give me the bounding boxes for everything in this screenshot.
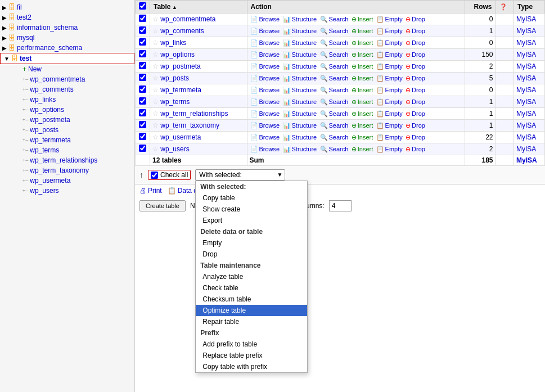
row-checkbox[interactable]: [139, 109, 146, 116]
select-all-header[interactable]: [136, 1, 150, 13]
dropdown-menu-item[interactable]: Checksum table: [196, 294, 307, 305]
sidebar-item-test[interactable]: ▼ 🗄 test: [0, 53, 134, 64]
row-checkbox[interactable]: [139, 74, 146, 81]
search-link[interactable]: Search: [329, 146, 349, 152]
browse-link[interactable]: Browse: [259, 110, 280, 117]
search-link[interactable]: Search: [329, 98, 349, 105]
insert-icon[interactable]: ⊕: [352, 87, 357, 94]
table-name-link[interactable]: wp_users: [160, 145, 189, 153]
search-link[interactable]: Search: [329, 87, 349, 93]
browse-link[interactable]: Browse: [259, 75, 280, 82]
empty-link[interactable]: Empty: [385, 39, 403, 46]
sidebar-item-performance-schema[interactable]: ▶ 🗄 performance_schema: [0, 43, 134, 53]
structure-link[interactable]: Structure: [292, 146, 317, 152]
row-checkbox[interactable]: [139, 62, 146, 69]
insert-icon[interactable]: ⊕: [352, 28, 357, 35]
col-rows[interactable]: Rows: [465, 1, 496, 13]
row-checkbox-cell[interactable]: [136, 108, 150, 120]
browse-icon[interactable]: 📄: [250, 98, 258, 106]
star-icon[interactable]: ☆: [152, 39, 159, 47]
insert-icon[interactable]: ⊕: [352, 134, 357, 141]
browse-icon[interactable]: 📄: [250, 39, 258, 47]
row-checkbox-cell[interactable]: [136, 37, 150, 49]
empty-icon[interactable]: 📋: [376, 39, 384, 47]
browse-link[interactable]: Browse: [259, 146, 280, 152]
star-icon[interactable]: ☆: [152, 133, 159, 141]
empty-icon[interactable]: 📋: [376, 16, 384, 23]
table-name-link[interactable]: wp_comments: [160, 27, 204, 35]
structure-icon[interactable]: 📊: [283, 122, 291, 129]
structure-link[interactable]: Structure: [292, 87, 317, 93]
table-name-link[interactable]: wp_term_relationships: [160, 110, 228, 118]
col-table[interactable]: Table: [150, 1, 247, 13]
browse-icon[interactable]: 📄: [250, 63, 258, 70]
drop-circle-icon[interactable]: ⊖: [406, 110, 411, 118]
row-checkbox-cell[interactable]: [136, 120, 150, 132]
browse-link[interactable]: Browse: [259, 16, 280, 22]
insert-link[interactable]: Insert: [358, 146, 373, 152]
browse-icon[interactable]: 📄: [250, 87, 258, 94]
empty-link[interactable]: Empty: [385, 28, 403, 34]
empty-link[interactable]: Empty: [385, 122, 403, 129]
search-icon[interactable]: 🔍: [320, 134, 328, 141]
empty-link[interactable]: Empty: [385, 87, 403, 93]
insert-icon[interactable]: ⊕: [352, 98, 357, 106]
star-icon[interactable]: ☆: [152, 121, 159, 129]
insert-link[interactable]: Insert: [358, 134, 373, 141]
dropdown-menu-item[interactable]: Replace table prefix: [196, 350, 307, 361]
empty-link[interactable]: Empty: [385, 51, 403, 58]
sidebar-table-wp-term-relationships[interactable]: +– wp_term_relationships: [9, 155, 134, 165]
empty-link[interactable]: Empty: [385, 16, 403, 22]
sidebar-table-wp-users[interactable]: +– wp_users: [9, 186, 134, 196]
drop-circle-icon[interactable]: ⊖: [406, 122, 411, 129]
search-link[interactable]: Search: [329, 51, 349, 58]
row-checkbox[interactable]: [139, 50, 146, 57]
table-name-link[interactable]: wp_options: [160, 51, 195, 58]
with-selected-wrapper[interactable]: With selected: ▼ With selected:Copy tabl…: [195, 169, 285, 181]
drop-link[interactable]: Drop: [412, 63, 425, 70]
table-name-link[interactable]: wp_termmeta: [160, 86, 201, 94]
sidebar-db-label[interactable]: information_schema: [17, 24, 78, 31]
sidebar-table-wp-terms[interactable]: +– wp_terms: [9, 145, 134, 155]
star-icon[interactable]: ☆: [152, 110, 159, 118]
insert-icon[interactable]: ⊕: [352, 39, 357, 47]
drop-link[interactable]: Drop: [412, 110, 425, 117]
structure-icon[interactable]: 📊: [283, 146, 291, 153]
dropdown-menu-item[interactable]: Export: [196, 215, 307, 226]
insert-link[interactable]: Insert: [358, 110, 373, 117]
structure-icon[interactable]: 📊: [283, 28, 291, 35]
insert-icon[interactable]: ⊕: [352, 16, 357, 23]
browse-link[interactable]: Browse: [259, 51, 280, 58]
sidebar-db-label[interactable]: performance_schema: [17, 44, 82, 52]
row-checkbox[interactable]: [139, 97, 146, 105]
dropdown-menu-item[interactable]: Empty: [196, 237, 307, 249]
table-name-link[interactable]: wp_terms: [160, 98, 190, 106]
empty-link[interactable]: Empty: [385, 134, 403, 141]
browse-icon[interactable]: 📄: [250, 110, 258, 118]
drop-link[interactable]: Drop: [412, 87, 425, 93]
star-icon[interactable]: ☆: [152, 15, 159, 23]
drop-circle-icon[interactable]: ⊖: [406, 75, 411, 82]
drop-link[interactable]: Drop: [412, 28, 425, 34]
structure-icon[interactable]: 📊: [283, 51, 291, 58]
check-all-checkbox[interactable]: [151, 172, 158, 179]
star-icon[interactable]: ☆: [152, 62, 159, 70]
browse-link[interactable]: Browse: [259, 87, 280, 93]
sidebar-db-test-label[interactable]: test: [20, 55, 31, 62]
sidebar-item-information-schema[interactable]: ▶ 🗄 information_schema: [0, 22, 134, 33]
search-icon[interactable]: 🔍: [320, 16, 328, 23]
search-link[interactable]: Search: [329, 63, 349, 70]
row-checkbox[interactable]: [139, 121, 146, 128]
search-link[interactable]: Search: [329, 110, 349, 117]
sidebar-item-fil[interactable]: ▶ 🗄 fil: [0, 2, 134, 12]
insert-icon[interactable]: ⊕: [352, 146, 357, 153]
structure-link[interactable]: Structure: [292, 63, 317, 70]
select-all-checkbox[interactable]: [139, 2, 146, 10]
row-checkbox[interactable]: [139, 38, 146, 46]
star-icon[interactable]: ☆: [152, 86, 159, 94]
search-icon[interactable]: 🔍: [320, 122, 328, 129]
sidebar-item-test2[interactable]: ▶ 🗄 test2: [0, 12, 134, 22]
empty-icon[interactable]: 📋: [376, 146, 384, 153]
search-link[interactable]: Search: [329, 16, 349, 22]
empty-icon[interactable]: 📋: [376, 75, 384, 82]
